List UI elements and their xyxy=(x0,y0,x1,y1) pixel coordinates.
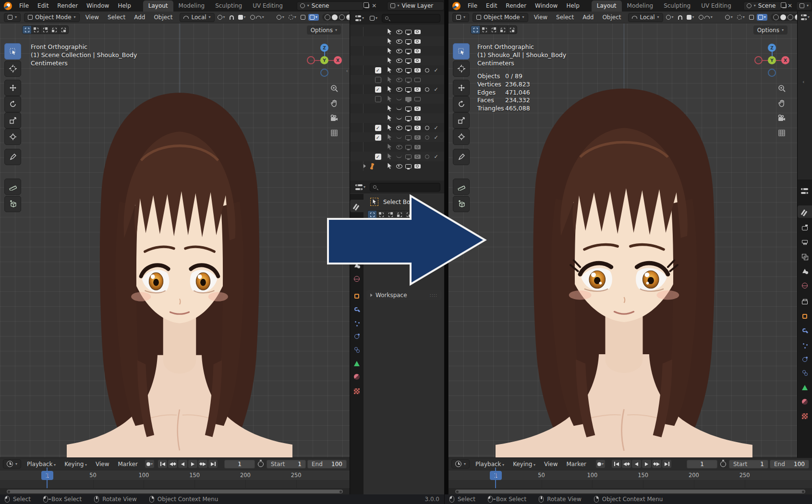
move-tool-button[interactable] xyxy=(4,80,21,96)
blender-logo-icon[interactable] xyxy=(4,2,12,10)
holdout-toggle[interactable] xyxy=(422,123,432,132)
disable-viewport-toggle[interactable] xyxy=(403,46,413,56)
editor-type-button[interactable]: ▾ xyxy=(452,13,469,22)
grid-button[interactable] xyxy=(329,128,339,138)
menu-object[interactable]: Object xyxy=(149,13,177,22)
previous-keyframe-button[interactable] xyxy=(168,460,177,468)
rotate-tool-button[interactable] xyxy=(453,96,470,112)
outliner-row[interactable]: ✓✓ xyxy=(350,132,444,142)
jump-to-end-button[interactable] xyxy=(208,460,218,468)
disable-viewport-toggle[interactable] xyxy=(403,152,413,161)
selectable-toggle[interactable] xyxy=(385,94,394,104)
proportional-edit-toggle[interactable]: ▾ xyxy=(237,14,247,21)
select-mode-intersect[interactable] xyxy=(59,26,68,34)
viewport-3d-left[interactable]: Front Orthographic (1) Scene Collection … xyxy=(0,24,350,457)
proportional-edit-toggle[interactable]: ▾ xyxy=(685,14,696,21)
properties-tab-tool[interactable] xyxy=(798,205,812,218)
select-box-tool-button[interactable] xyxy=(4,43,21,60)
properties-tab-object[interactable] xyxy=(798,310,812,323)
outliner-row[interactable] xyxy=(350,104,444,113)
select-mode-buttons[interactable] xyxy=(471,25,517,34)
hide-viewport-toggle[interactable] xyxy=(394,56,404,65)
gizmo-y-axis[interactable]: Y xyxy=(768,56,776,64)
properties-tab-texture[interactable] xyxy=(350,385,364,397)
gizmo-z-neg-axis[interactable] xyxy=(320,69,328,77)
gizmo-x-neg-axis[interactable] xyxy=(307,56,315,64)
outliner-row[interactable] xyxy=(350,56,444,65)
timeline-editor-type-button[interactable]: ▾ xyxy=(3,459,21,468)
properties-tab-material[interactable] xyxy=(350,371,364,383)
properties-tab-constraints[interactable] xyxy=(350,344,364,356)
workspace-tab-layout[interactable]: Layout xyxy=(592,0,622,12)
menu-view[interactable]: View xyxy=(81,13,103,22)
properties-tab-modifiers[interactable] xyxy=(350,303,364,316)
playhead-line[interactable] xyxy=(495,468,496,488)
disable-viewport-toggle[interactable] xyxy=(403,65,413,75)
disable-viewport-toggle[interactable] xyxy=(403,113,413,123)
hide-viewport-toggle[interactable] xyxy=(394,36,404,46)
next-keyframe-button[interactable] xyxy=(652,460,661,468)
outliner-row[interactable]: ✓✓ xyxy=(350,152,444,161)
timeline-menu-marker[interactable]: Marker xyxy=(562,460,590,468)
disable-viewport-toggle[interactable] xyxy=(403,123,413,132)
properties-tab-material[interactable] xyxy=(798,396,812,408)
menu-select[interactable]: Select xyxy=(103,13,130,22)
menu-window[interactable]: Window xyxy=(531,1,562,10)
scene-selector[interactable]: ▾ Scene xyxy=(297,1,364,11)
select-box-tool-button[interactable] xyxy=(453,43,470,60)
indirect-only-toggle[interactable]: ✓ xyxy=(431,123,441,132)
gizmo-x-axis[interactable]: X xyxy=(781,56,789,64)
disable-viewport-toggle[interactable] xyxy=(403,132,413,142)
move-tool-button[interactable] xyxy=(453,80,470,96)
current-frame-field[interactable]: 1 xyxy=(687,460,717,468)
play-button[interactable] xyxy=(642,460,651,468)
panel-grip[interactable]: :::: xyxy=(430,293,437,298)
show-overlays-toggle[interactable]: ▾ xyxy=(736,14,746,21)
measure-tool-button[interactable] xyxy=(4,179,21,195)
disable-viewport-toggle[interactable] xyxy=(403,56,413,65)
outliner-row[interactable] xyxy=(350,161,444,171)
workspace-tab-modeling[interactable]: Modeling xyxy=(622,0,659,12)
options-button[interactable]: Options▾ xyxy=(307,25,341,35)
hide-viewport-toggle[interactable] xyxy=(394,113,404,123)
disable-render-toggle[interactable] xyxy=(412,142,422,152)
shading-material-icon[interactable] xyxy=(788,14,793,20)
disable-render-toggle[interactable] xyxy=(412,56,422,65)
shading-wireframe-icon[interactable] xyxy=(773,14,779,20)
show-gizmo-toggle[interactable]: ▾ xyxy=(275,14,286,21)
timeline-menu-playback[interactable]: Playback ▾ xyxy=(23,460,60,468)
menu-view[interactable]: View xyxy=(530,13,552,22)
disable-render-toggle[interactable] xyxy=(412,123,422,132)
play-reverse-button[interactable] xyxy=(178,460,187,468)
selectable-toggle[interactable] xyxy=(385,75,394,84)
timeline-menu-view[interactable]: View xyxy=(91,460,113,468)
select-mode-set[interactable] xyxy=(23,26,32,34)
gizmo-y-axis[interactable]: Y xyxy=(320,56,328,64)
annotate-tool-button[interactable] xyxy=(4,149,21,165)
hide-viewport-toggle[interactable] xyxy=(394,104,404,113)
hide-viewport-toggle[interactable] xyxy=(394,84,404,94)
disable-render-toggle[interactable] xyxy=(412,161,422,171)
disable-render-toggle[interactable] xyxy=(412,46,422,56)
shading-solid-icon[interactable] xyxy=(780,14,786,20)
outliner-display-mode-button[interactable]: ▾ xyxy=(354,14,365,22)
gizmo-x-neg-axis[interactable] xyxy=(754,56,763,64)
orientation-dropdown[interactable]: Local▾ xyxy=(628,13,663,22)
blender-logo-icon[interactable] xyxy=(452,2,461,10)
menu-window[interactable]: Window xyxy=(82,1,113,10)
armature-icon[interactable] xyxy=(367,161,377,171)
region-toggle-arrow[interactable]: ‹ xyxy=(802,79,804,85)
properties-tab-modifiers[interactable] xyxy=(798,324,812,337)
cursor-tool-button[interactable] xyxy=(4,60,21,77)
select-mode-extend[interactable] xyxy=(32,26,41,34)
hide-viewport-toggle[interactable] xyxy=(394,142,404,152)
shading-dropdown[interactable]: ▾ xyxy=(308,14,319,21)
menu-render[interactable]: Render xyxy=(53,1,82,10)
properties-tab-object-data[interactable] xyxy=(350,357,364,370)
play-reverse-button[interactable] xyxy=(632,460,641,468)
stopwatch-icon[interactable] xyxy=(720,461,726,467)
properties-search-input[interactable] xyxy=(370,183,440,192)
selectable-toggle[interactable] xyxy=(385,152,394,161)
workspace-tab-uv-editing[interactable]: UV Editing xyxy=(696,0,737,12)
properties-tab-scene[interactable] xyxy=(798,265,812,277)
